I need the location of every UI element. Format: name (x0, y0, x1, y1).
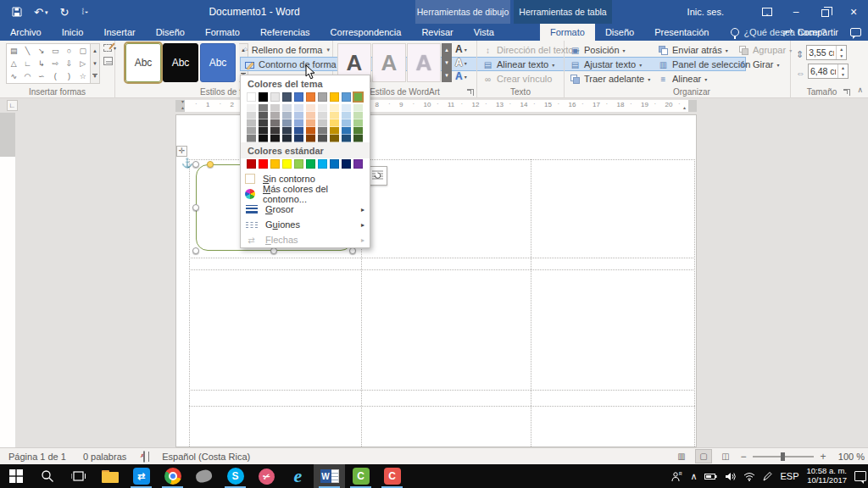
wordart-style-3[interactable]: A (407, 43, 441, 82)
shape-rectangle-icon[interactable]: ▭ (48, 44, 62, 57)
text-outline-button[interactable]: A▾ (455, 56, 467, 69)
color-swatch[interactable] (306, 92, 315, 102)
tab-table-presentación[interactable]: Presentación (644, 24, 719, 41)
sign-in-link[interactable]: Inic. ses. (687, 0, 724, 24)
shape-text-box-icon[interactable]: ▤ (7, 44, 20, 57)
color-swatch[interactable] (294, 135, 303, 142)
color-swatch[interactable] (270, 112, 280, 119)
shape-adjust-handle[interactable] (207, 161, 214, 168)
shape-triangle-icon[interactable]: △ (7, 57, 20, 69)
table-move-handle[interactable]: ✛ (176, 146, 187, 157)
pen-icon[interactable] (763, 472, 772, 481)
color-swatch[interactable] (342, 119, 351, 127)
color-swatch[interactable] (342, 127, 351, 135)
proofing-icon[interactable] (135, 452, 153, 462)
shape-handle-mid-left[interactable] (192, 204, 199, 211)
shape-curve-icon[interactable]: ∽ (35, 70, 48, 83)
color-swatch[interactable] (318, 92, 327, 102)
color-swatch[interactable] (259, 159, 268, 169)
color-swatch[interactable] (294, 127, 303, 135)
color-swatch[interactable] (282, 135, 292, 142)
color-swatch[interactable] (330, 159, 339, 169)
zoom-in-button[interactable]: + (819, 451, 827, 463)
color-swatch[interactable] (330, 104, 339, 112)
zoom-out-button[interactable]: − (739, 451, 748, 463)
color-swatch[interactable] (353, 104, 363, 112)
language-indicator[interactable]: Español (Costa Rica) (153, 452, 259, 462)
color-swatch[interactable] (353, 92, 363, 102)
shape-style-2[interactable]: Abc (163, 43, 198, 82)
people-icon[interactable]: R (671, 471, 682, 482)
minimize-button[interactable]: – (782, 0, 810, 24)
draw-text-box-button[interactable] (103, 57, 116, 65)
color-swatch[interactable] (259, 135, 268, 142)
color-swatch[interactable] (247, 159, 256, 169)
color-swatch[interactable] (259, 104, 268, 112)
taskbar-internet-explorer-icon[interactable]: e (282, 464, 314, 488)
first-line-indent-marker[interactable]: ▾ (181, 100, 184, 104)
color-swatch[interactable] (318, 127, 327, 135)
collapse-ribbon-icon[interactable]: ∧ (857, 86, 863, 94)
wordart-dialog-launcher[interactable] (467, 89, 474, 96)
color-swatch[interactable] (306, 159, 315, 169)
text-effects-button[interactable]: A▾ (455, 69, 467, 83)
wifi-icon[interactable] (743, 472, 755, 481)
taskbar-skype-icon[interactable]: S (220, 464, 251, 488)
taskbar-camtasia-red-icon[interactable]: C (376, 464, 408, 488)
color-swatch[interactable] (342, 112, 351, 119)
color-swatch[interactable] (270, 127, 280, 135)
color-swatch[interactable] (282, 159, 292, 169)
shape-line-arrow-icon[interactable]: ↘ (35, 44, 48, 57)
color-swatch[interactable] (247, 112, 256, 119)
color-swatch[interactable] (342, 104, 351, 112)
color-swatch[interactable] (282, 92, 292, 102)
web-layout-button[interactable]: ◫ (717, 449, 734, 463)
color-swatch[interactable] (294, 159, 303, 169)
color-swatch[interactable] (330, 112, 339, 119)
tab-inicio[interactable]: Inicio (52, 24, 94, 41)
shape-width-input[interactable] (809, 64, 837, 78)
right-indent-marker[interactable]: ▴ (683, 106, 686, 110)
shape-elbow-arrow-icon[interactable]: ↳ (35, 57, 48, 69)
color-swatch[interactable] (259, 127, 268, 135)
height-down-icon[interactable]: ▼ (837, 53, 846, 59)
taskbar-file-explorer-icon[interactable] (94, 464, 125, 488)
text-fill-button[interactable]: A▾ (455, 42, 467, 56)
send-backward-button[interactable]: Enviar atrás▾ (658, 43, 750, 57)
tab-correspondencia[interactable]: Correspondencia (320, 24, 412, 41)
tab-table-diseño[interactable]: Diseño (595, 24, 644, 41)
color-swatch[interactable] (330, 135, 339, 142)
print-layout-button[interactable]: ▢ (695, 449, 712, 463)
zoom-level[interactable]: 100 % (832, 452, 865, 462)
rotate-button[interactable]: ↻ Girar▾ (738, 58, 792, 71)
language-tray-indicator[interactable]: ESP (780, 471, 798, 481)
word-count[interactable]: 0 palabras (75, 452, 135, 462)
color-swatch[interactable] (247, 104, 256, 112)
vertical-ruler[interactable] (0, 113, 15, 447)
size-dialog-launcher[interactable] (843, 89, 850, 96)
hanging-indent-marker[interactable]: ▴ (181, 106, 184, 110)
color-swatch[interactable] (330, 119, 339, 127)
menu-item-guiones[interactable]: Guiones▸ (241, 217, 370, 232)
color-swatch[interactable] (318, 104, 327, 112)
color-swatch[interactable] (259, 92, 268, 102)
share-button[interactable]: Compartir (783, 27, 838, 37)
color-swatch[interactable] (282, 112, 292, 119)
shape-right-bracket-icon[interactable]: ) (62, 70, 75, 83)
shape-height-field[interactable]: ▲▼ (806, 45, 847, 60)
action-center-icon[interactable] (854, 471, 866, 481)
color-swatch[interactable] (353, 112, 363, 119)
color-swatch[interactable] (294, 92, 303, 102)
page-indicator[interactable]: Página 1 de 1 (0, 452, 75, 462)
color-swatch[interactable] (342, 92, 351, 102)
color-swatch[interactable] (306, 104, 315, 112)
shape-handle-bottom-left[interactable] (192, 247, 199, 254)
ribbon-display-options-button[interactable]: ⌄ (753, 0, 782, 24)
bring-forward-button[interactable]: Traer adelante▾ (570, 72, 650, 86)
horizontal-ruler[interactable]: ▾ ▴ ▴ 1234567891011121314151617181920···… (0, 100, 868, 112)
shape-height-input[interactable] (807, 46, 836, 59)
tab-drawing-formato[interactable]: Formato (540, 24, 595, 41)
shape-fill-button[interactable]: Relleno de forma▾ (240, 42, 333, 57)
color-swatch[interactable] (318, 159, 327, 169)
color-swatch[interactable] (282, 104, 292, 112)
